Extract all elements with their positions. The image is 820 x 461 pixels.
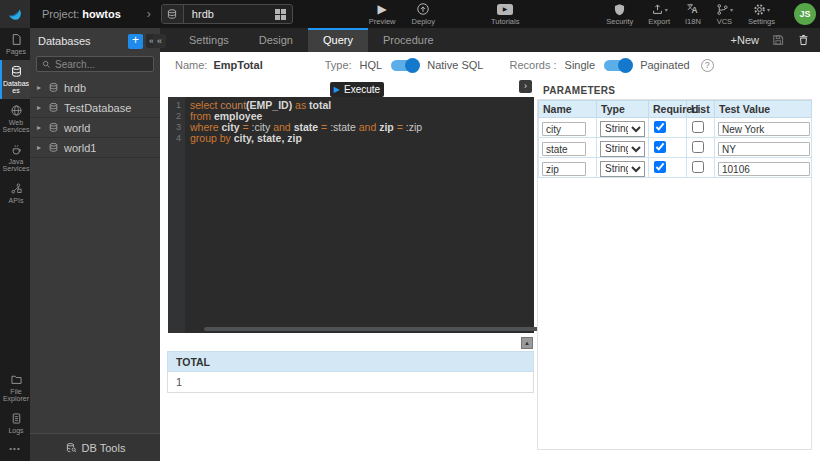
sidebar-item-logs[interactable]: Logs [0, 407, 30, 439]
collapse-editor-icon[interactable]: ▲ [521, 337, 533, 349]
query-results-table: TOTAL 1 [167, 351, 534, 393]
tutorials-button[interactable]: ▶ Tutorials [491, 2, 519, 26]
horizontal-scrollbar[interactable] [204, 327, 544, 331]
expand-caret-icon[interactable]: ▸ [37, 143, 46, 152]
type-option-hql[interactable]: HQL [360, 59, 383, 71]
code-lines: select count(EMP_ID) as totalfrom employ… [190, 100, 534, 144]
security-shield-icon [613, 2, 626, 16]
api-nodes-icon [10, 182, 23, 195]
caret-down-icon: ▾ [767, 6, 770, 13]
database-selector[interactable]: hrdb [161, 4, 293, 24]
export-button[interactable]: ▾ Export [648, 2, 670, 26]
wavemaker-logo-icon [6, 5, 24, 23]
tab-procedure[interactable]: Procedure [368, 28, 449, 52]
database-icon [48, 142, 59, 153]
tab-settings[interactable]: Settings [174, 28, 244, 52]
records-toggle[interactable] [604, 60, 631, 71]
top-bar: Project: howtos › hrdb ▶ Preview Deploy … [0, 0, 820, 28]
database-icon [48, 122, 59, 133]
tutorials-video-icon: ▶ [497, 2, 513, 16]
more-options-icon[interactable]: ••• [0, 438, 30, 459]
parameters-table: Name Type Required List Test Value Strin… [538, 100, 812, 178]
db-tree-item[interactable]: ▸hrdb [30, 78, 160, 98]
settings-button[interactable]: ▾ Settings [748, 2, 775, 26]
user-avatar[interactable]: JS [794, 3, 816, 25]
db-tools-button[interactable]: DB Tools [30, 433, 160, 461]
type-label: Type: [325, 59, 352, 71]
help-icon[interactable]: ? [701, 59, 714, 72]
editor-code[interactable]: select count(EMP_ID) as totalfrom employ… [185, 97, 534, 333]
type-option-native-sql[interactable]: Native SQL [427, 59, 483, 71]
parameters-body: StringStringString [539, 118, 812, 178]
app-logo[interactable] [0, 0, 30, 28]
database-icon [48, 102, 59, 113]
query-tab-bar: Settings Design Query Procedure +New [160, 28, 820, 52]
vcs-button[interactable]: ▾ VCS [716, 2, 733, 26]
sidebar-item-databases[interactable]: Databases [0, 60, 30, 99]
db-tree-item[interactable]: ▸world1 [30, 138, 160, 158]
param-name-input[interactable] [542, 162, 586, 176]
toggle-knob [618, 58, 633, 73]
expand-params-icon[interactable]: › [519, 80, 532, 93]
grid-view-icon[interactable] [275, 9, 286, 20]
save-icon[interactable] [771, 33, 785, 47]
execute-button[interactable]: ▶ Execute [330, 82, 384, 97]
query-name-value[interactable]: EmpTotal [213, 59, 262, 71]
deploy-button[interactable]: Deploy [412, 2, 435, 26]
preview-button[interactable]: ▶ Preview [369, 2, 396, 26]
query-form: Name: EmpTotal Type: HQL Native SQL Reco… [160, 52, 820, 78]
database-icon [166, 8, 178, 20]
param-required-checkbox[interactable] [654, 141, 666, 153]
sql-code-line[interactable]: group by city, state, zip [190, 133, 534, 144]
sidebar-item-file-explorer[interactable]: File Explorer [0, 368, 30, 407]
type-toggle[interactable] [391, 60, 418, 71]
db-tree-item[interactable]: ▸world [30, 118, 160, 138]
expand-caret-icon[interactable]: ▸ [37, 103, 46, 112]
expand-caret-icon[interactable]: ▸ [37, 83, 46, 92]
records-option-paginated[interactable]: Paginated [640, 59, 690, 71]
sidebar-item-java-services[interactable]: Java Services [0, 138, 30, 177]
param-list-checkbox[interactable] [692, 141, 704, 153]
param-test-value-input[interactable] [718, 142, 810, 156]
globe-icon [10, 104, 23, 117]
database-search[interactable] [36, 56, 154, 72]
param-name-input[interactable] [542, 122, 586, 136]
sidebar-item-apis[interactable]: APIs [0, 177, 30, 209]
records-label: Records : [509, 59, 556, 71]
folder-icon [10, 373, 23, 386]
add-database-button[interactable]: + [128, 34, 143, 49]
param-type-select[interactable]: String [600, 161, 645, 177]
new-query-button[interactable]: +New [731, 34, 759, 46]
parameters-header-row: Name Type Required List Test Value [539, 101, 812, 118]
tab-design[interactable]: Design [244, 28, 308, 52]
security-button[interactable]: Security [606, 2, 633, 26]
param-test-value-input[interactable] [718, 122, 810, 136]
param-type-select[interactable]: String [600, 141, 645, 157]
left-navigation-rail: Pages Databases Web Services Java Servic… [0, 28, 30, 461]
parameters-panel: Name Type Required List Test Value Strin… [537, 99, 812, 450]
collapse-sidebar-chip[interactable]: « [153, 34, 166, 48]
param-list-checkbox[interactable] [692, 161, 704, 173]
param-test-value-input[interactable] [718, 162, 810, 176]
line-number: 4 [168, 133, 185, 144]
database-name: world [64, 122, 90, 134]
database-icon [48, 82, 59, 93]
parameter-row: String [539, 158, 812, 178]
param-type-select[interactable]: String [600, 121, 645, 137]
records-option-single[interactable]: Single [565, 59, 596, 71]
delete-trash-icon[interactable] [797, 33, 810, 47]
sql-editor[interactable]: 1234 select count(EMP_ID) as totalfrom e… [168, 97, 534, 333]
log-document-icon [10, 412, 23, 425]
expand-caret-icon[interactable]: ▸ [37, 123, 46, 132]
execute-play-icon: ▶ [334, 86, 340, 94]
param-required-checkbox[interactable] [654, 121, 666, 133]
db-tree-item[interactable]: ▸TestDatabase [30, 98, 160, 118]
i18n-button[interactable]: A I18N [685, 2, 701, 26]
sidebar-item-pages[interactable]: Pages [0, 28, 30, 60]
sidebar-item-web-services[interactable]: Web Services [0, 99, 30, 138]
search-input[interactable] [55, 59, 145, 70]
param-name-input[interactable] [542, 142, 586, 156]
param-list-checkbox[interactable] [692, 121, 704, 133]
param-required-checkbox[interactable] [654, 161, 666, 173]
tab-query[interactable]: Query [308, 28, 368, 52]
